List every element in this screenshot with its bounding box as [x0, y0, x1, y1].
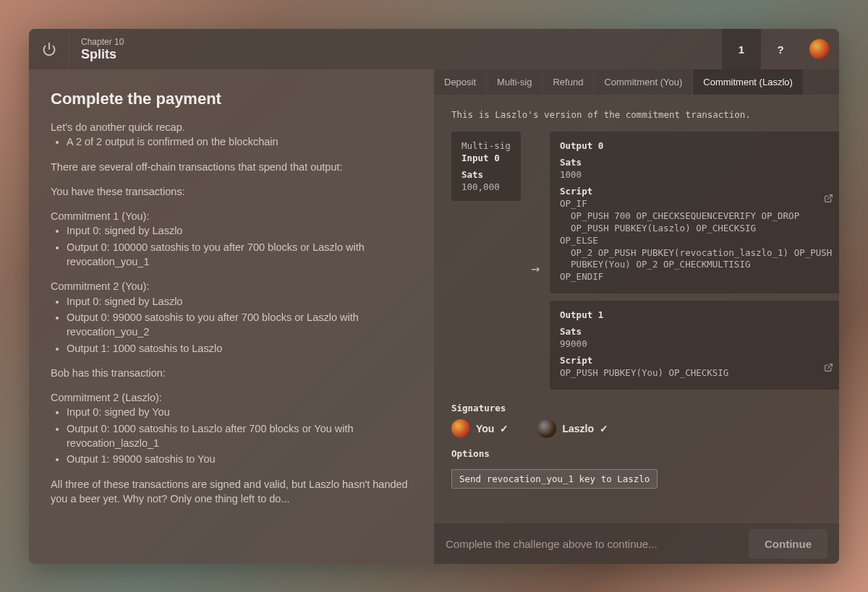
- tab-commitment-you[interactable]: Commitment (You): [594, 69, 693, 95]
- tab-commitment-laszlo[interactable]: Commitment (Laszlo): [693, 69, 804, 95]
- options-label: Options: [451, 448, 822, 459]
- output-0-script: OP_IF OP_PUSH 700 OP_CHECKSEQUENCEVERIFY…: [560, 198, 832, 283]
- list-item: Output 1: 99000 satoshis to You: [67, 452, 412, 466]
- outputs: Output 0 Sats 1000 Script OP_IF OP_PUSH …: [550, 132, 839, 390]
- svg-line-2: [828, 364, 833, 369]
- external-link-icon[interactable]: [824, 194, 833, 205]
- footer: Complete the challenge above to continue…: [434, 523, 839, 564]
- user-avatar-icon: [809, 39, 830, 59]
- you-have: You have these transactions:: [51, 184, 412, 199]
- input-label: Input 0: [461, 153, 511, 163]
- output-0-sats-value: 1000: [560, 169, 832, 180]
- closing-text: All three of these transactions are sign…: [51, 477, 412, 507]
- output-1-script: OP_PUSH PUBKEY(You) OP_CHECKSIG: [560, 367, 832, 379]
- send-revocation-button[interactable]: Send revocation_you_1 key to Laszlo: [451, 469, 658, 489]
- signature-laszlo-label: Laszlo: [562, 423, 594, 434]
- list-item: A 2 of 2 output is confirmed on the bloc…: [67, 134, 412, 149]
- you-avatar-icon: [451, 419, 470, 438]
- svg-line-1: [828, 195, 833, 200]
- commitment-2-laszlo-list: Input 0: signed by You Output 0: 1000 sa…: [51, 405, 412, 466]
- signatures-block: Signatures You ✓ Laszlo ✓: [451, 403, 822, 438]
- footer-hint: Complete the challenge above to continue…: [446, 538, 749, 550]
- output-1-title: Output 1: [560, 309, 832, 320]
- signature-you-label: You: [476, 423, 494, 434]
- arrow-icon: →: [531, 259, 540, 277]
- power-button[interactable]: [29, 29, 69, 69]
- signatures-row: You ✓ Laszlo ✓: [451, 419, 822, 438]
- commitment-2-you-list: Input 0: signed by Laszlo Output 0: 9900…: [51, 294, 412, 356]
- progress-indicator: 1: [722, 29, 761, 69]
- bob-has: Bob has this transaction:: [51, 366, 412, 380]
- commitment-2-you-title: Commitment 2 (You):: [51, 279, 412, 293]
- output-1-card: Output 1 Sats 99000 Script OP_PUSH PUBKE…: [550, 301, 839, 390]
- signature-you: You ✓: [451, 419, 509, 438]
- header-right: 1 ?: [722, 29, 839, 69]
- check-icon: ✓: [600, 423, 608, 434]
- title-block: Chapter 10 Splits: [69, 29, 722, 69]
- recap-list: A 2 of 2 output is confirmed on the bloc…: [51, 134, 412, 149]
- lesson-panel: Complete the payment Let's do another qu…: [29, 69, 434, 564]
- output-0-card: Output 0 Sats 1000 Script OP_IF OP_PUSH …: [550, 132, 839, 293]
- tab-refund[interactable]: Refund: [542, 69, 594, 95]
- lesson-title: Complete the payment: [51, 90, 412, 108]
- app-window: Chapter 10 Splits 1 ? Complete the payme…: [29, 29, 839, 564]
- list-item: Input 0: signed by Laszlo: [67, 294, 412, 309]
- transaction-panel: Deposit Multi-sig Refund Commitment (You…: [434, 69, 839, 564]
- tab-deposit[interactable]: Deposit: [434, 69, 487, 95]
- transaction-area: This is Laszlo's version of the commitme…: [434, 95, 839, 523]
- chapter-title: Splits: [81, 48, 722, 61]
- input-source: Multi-sig: [461, 140, 511, 151]
- check-icon: ✓: [500, 423, 509, 434]
- output-1-script-label: Script: [560, 355, 832, 366]
- list-item: Output 0: 99000 satoshis to you after 70…: [67, 310, 412, 340]
- main: Complete the payment Let's do another qu…: [29, 69, 839, 564]
- input-card: Multi-sig Input 0 Sats 100,000: [451, 132, 521, 201]
- options-block: Options Send revocation_you_1 key to Las…: [451, 448, 822, 489]
- output-1-sats-value: 99000: [560, 338, 832, 349]
- commitment-1-you-list: Input 0: signed by Laszlo Output 0: 1000…: [51, 223, 412, 269]
- tab-multisig[interactable]: Multi-sig: [487, 69, 542, 95]
- user-avatar-cell[interactable]: [800, 29, 839, 69]
- output-0-title: Output 0: [560, 140, 832, 151]
- tabs: Deposit Multi-sig Refund Commitment (You…: [434, 69, 839, 95]
- input-sats-value: 100,000: [461, 181, 511, 192]
- tx-intro: This is Laszlo's version of the commitme…: [451, 109, 822, 120]
- recap-intro: Let's do another quick recap.: [51, 120, 412, 134]
- commitment-1-you-title: Commitment 1 (You):: [51, 209, 412, 223]
- chapter-label: Chapter 10: [81, 38, 722, 46]
- list-item: Output 1: 1000 satoshis to Laszlo: [67, 341, 412, 356]
- list-item: Output 0: 100000 satoshis to you after 7…: [67, 240, 412, 270]
- list-item: Input 0: signed by Laszlo: [67, 223, 412, 238]
- list-item: Input 0: signed by You: [67, 405, 412, 419]
- offchain-intro: There are several off-chain transactions…: [51, 160, 412, 174]
- external-link-icon[interactable]: [824, 363, 833, 374]
- power-icon: [42, 42, 56, 56]
- laszlo-avatar-icon: [537, 419, 556, 438]
- signature-laszlo: Laszlo ✓: [537, 419, 608, 438]
- input-sats-label: Sats: [461, 169, 511, 180]
- header: Chapter 10 Splits 1 ?: [29, 29, 839, 69]
- tx-io-row: Multi-sig Input 0 Sats 100,000 → Output …: [451, 132, 822, 390]
- list-item: Output 0: 1000 satoshis to Laszlo after …: [67, 421, 412, 451]
- output-0-sats-label: Sats: [560, 157, 832, 168]
- continue-button[interactable]: Continue: [749, 529, 827, 559]
- output-0-script-label: Script: [560, 186, 832, 197]
- help-button[interactable]: ?: [761, 29, 800, 69]
- commitment-2-laszlo-title: Commitment 2 (Laszlo):: [51, 390, 412, 405]
- signatures-label: Signatures: [451, 403, 822, 413]
- output-1-sats-label: Sats: [560, 326, 832, 337]
